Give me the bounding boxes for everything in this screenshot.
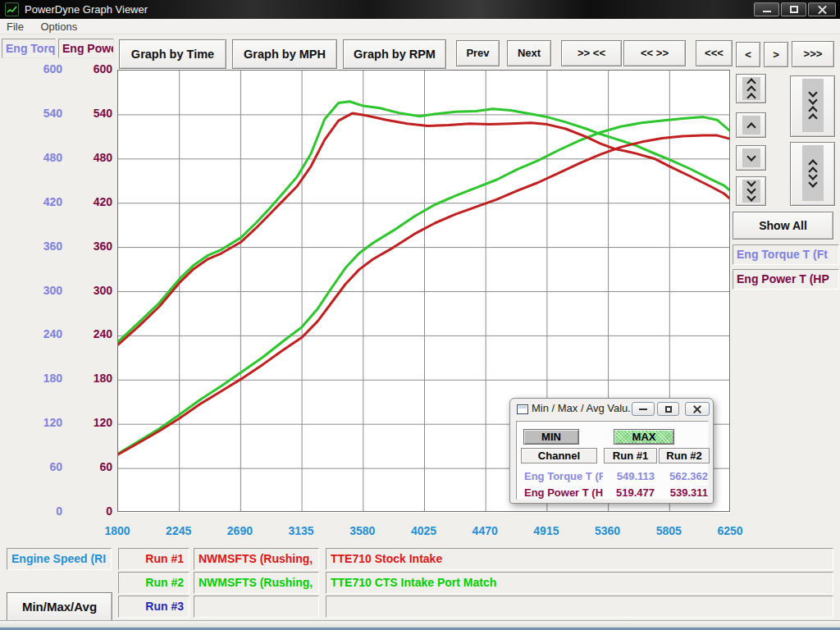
minmaxavg-button[interactable]: Min/Max/Avg: [7, 592, 112, 622]
run3-description-field[interactable]: [326, 596, 833, 618]
graph-by-mph-button[interactable]: Graph by MPH: [232, 39, 337, 69]
run3-dyno-field[interactable]: [194, 596, 319, 618]
scroll-left-fast-button[interactable]: <<<: [696, 40, 733, 66]
torque-channel-header[interactable]: Eng Torq: [2, 39, 56, 58]
dialog-icon: [517, 404, 528, 414]
powerdyne-window: PowerDyne Graph Viewer File Options Eng …: [0, 0, 840, 630]
run2-dyno-field[interactable]: NWMSFTS (Rushing,: [194, 572, 319, 594]
row-power-channel: Eng Power T (HP): [524, 486, 603, 499]
column-header-channel[interactable]: Channel: [521, 448, 597, 463]
minmax-values-window[interactable]: Min / Max / Avg Valu... MIN MAX Channel …: [509, 398, 714, 504]
row-power-run2-max: 539.311: [659, 486, 708, 499]
minmax-minimize-button[interactable]: [632, 402, 655, 416]
run2-description-field[interactable]: TTE710 CTS Intake Port Match: [326, 572, 833, 594]
shift-up-button[interactable]: [736, 112, 766, 138]
chevrons-inward-icon: [802, 79, 824, 132]
shift-down-button[interactable]: [736, 145, 766, 171]
triple-chevron-down-icon: [742, 180, 760, 203]
scroll-left-button[interactable]: <: [736, 42, 760, 67]
menu-bar: File Options: [0, 19, 840, 34]
restore-icon: [665, 406, 672, 413]
minimize-icon: [763, 11, 771, 12]
minimize-icon: [639, 409, 647, 410]
run3-label: Run #3: [118, 596, 189, 618]
close-button[interactable]: [808, 2, 836, 16]
minmax-window-title: Min / Max / Avg Valu...: [532, 402, 637, 414]
power-axis-tick: 600: [0, 62, 112, 75]
rpm-axis-tick: 3580: [338, 524, 387, 537]
power-axis-tick: 180: [0, 372, 112, 385]
window-title: PowerDyne Graph Viewer: [25, 0, 148, 19]
x-axis-channel-field[interactable]: Engine Speed (RI: [7, 548, 112, 570]
channel-list-power[interactable]: Eng Power T (HP: [733, 269, 839, 290]
shift-down-fast-button[interactable]: [736, 176, 766, 206]
maximize-icon: [790, 6, 798, 13]
show-all-button[interactable]: Show All: [733, 212, 833, 240]
column-header-run1[interactable]: Run #1: [604, 448, 657, 463]
scale-expand-button[interactable]: [790, 142, 835, 206]
power-axis-tick: 540: [0, 107, 112, 120]
rpm-axis-tick: 4025: [399, 524, 449, 537]
power-axis-tick: 420: [0, 195, 112, 208]
power-axis-tick: 240: [0, 327, 112, 340]
rpm-axis-tick: 6250: [705, 524, 755, 537]
zoom-out-x-button[interactable]: << >>: [623, 40, 686, 66]
rpm-axis-tick: 2690: [215, 524, 264, 537]
minimize-button[interactable]: [754, 2, 779, 16]
menu-file[interactable]: File: [0, 19, 30, 34]
triple-chevron-up-icon: [742, 77, 760, 100]
minmax-restore-button[interactable]: [657, 402, 679, 416]
rpm-axis-tick: 4915: [522, 524, 571, 537]
row-torque-run2-max: 562.362: [659, 470, 708, 482]
row-power-run1-max: 519.477: [604, 486, 655, 499]
row-torque-run1-max: 549.113: [604, 470, 655, 482]
power-axis-tick: 300: [0, 284, 112, 297]
chevrons-outward-icon: [802, 145, 824, 201]
rpm-axis-tick: 5360: [583, 524, 632, 537]
run1-label: Run #1: [118, 548, 189, 570]
power-axis-tick: 120: [0, 416, 112, 429]
chevron-up-icon: [742, 116, 760, 135]
power-axis-tick: 480: [0, 151, 112, 164]
run2-label: Run #2: [118, 572, 189, 594]
power-axis-tick: 60: [0, 460, 112, 473]
rpm-axis-tick: 2245: [154, 524, 203, 537]
menu-options[interactable]: Options: [34, 19, 84, 34]
scroll-right-button[interactable]: >: [764, 42, 788, 67]
app-icon: [5, 2, 19, 16]
status-bar: [0, 620, 840, 630]
rpm-axis-tick: 5805: [644, 524, 693, 537]
run1-description-field[interactable]: TTE710 Stock Intake: [326, 548, 833, 570]
column-header-run2[interactable]: Run #2: [659, 448, 710, 463]
prev-button[interactable]: Prev: [456, 40, 500, 66]
power-axis-tick: 0: [0, 504, 112, 518]
minmax-close-button[interactable]: [685, 402, 710, 416]
shift-up-fast-button[interactable]: [736, 74, 766, 103]
scale-compress-button[interactable]: [790, 75, 835, 137]
min-toggle-button[interactable]: MIN: [523, 429, 579, 445]
title-bar[interactable]: PowerDyne Graph Viewer: [0, 0, 840, 19]
rpm-axis-tick: 1800: [93, 524, 142, 537]
graph-by-rpm-button[interactable]: Graph by RPM: [343, 39, 446, 69]
max-toggle-button[interactable]: MAX: [614, 429, 674, 445]
zoom-in-x-button[interactable]: >> <<: [561, 40, 622, 66]
row-torque-channel: Eng Torque T (Ft-: [524, 470, 603, 482]
maximize-button[interactable]: [781, 2, 806, 16]
minmax-content: MIN MAX Channel Run #1 Run #2 Eng Torque…: [516, 421, 709, 500]
scroll-right-fast-button[interactable]: >>>: [792, 41, 834, 67]
graph-by-time-button[interactable]: Graph by Time: [119, 39, 226, 69]
next-button[interactable]: Next: [507, 40, 551, 66]
power-channel-header[interactable]: Eng Powe: [58, 39, 114, 58]
chevron-down-icon: [742, 148, 760, 167]
rpm-axis-tick: 4470: [460, 524, 509, 537]
channel-list-torque[interactable]: Eng Torque T (Ft: [733, 244, 839, 265]
power-axis-tick: 360: [0, 240, 112, 253]
run1-dyno-field[interactable]: NWMSFTS (Rushing,: [194, 548, 319, 570]
rpm-axis-tick: 3135: [276, 524, 326, 537]
